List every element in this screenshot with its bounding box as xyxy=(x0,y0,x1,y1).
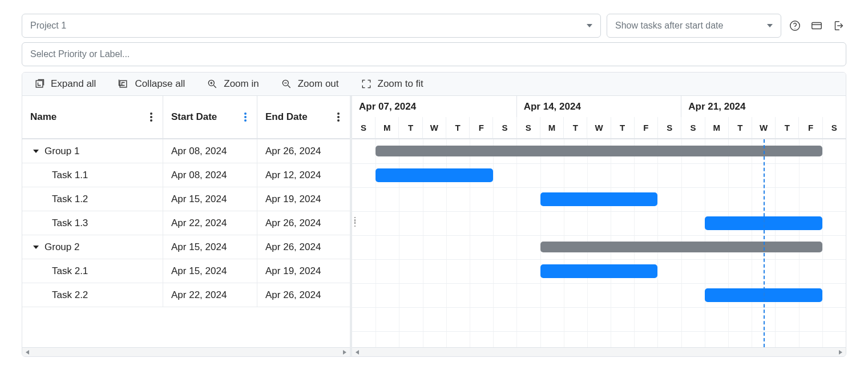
caret-down-icon xyxy=(587,24,592,27)
question-circle-icon xyxy=(789,19,801,32)
filter-input[interactable]: Select Priority or Label... xyxy=(22,42,846,66)
start-date-cell: Apr 22, 2024 xyxy=(163,211,257,235)
svg-line-8 xyxy=(214,86,216,88)
gantt-panel: Expand all Collapse all Zoom in Zoom out… xyxy=(22,72,846,357)
day-header: F xyxy=(799,117,822,138)
table-row[interactable]: Task 1.3Apr 22, 2024Apr 26, 2024 xyxy=(22,211,350,235)
zoom-out-button[interactable]: Zoom out xyxy=(281,78,339,90)
collapse-caret-icon[interactable] xyxy=(33,150,39,153)
zoom-fit-label: Zoom to fit xyxy=(378,78,423,90)
start-date-cell: Apr 08, 2024 xyxy=(163,163,257,187)
help-button[interactable] xyxy=(787,18,803,34)
day-header: F xyxy=(470,117,493,138)
zoom-in-icon xyxy=(207,78,218,90)
col-header-end[interactable]: End Date xyxy=(257,96,350,139)
card-button[interactable] xyxy=(809,18,825,34)
table-row[interactable]: Task 1.1Apr 08, 2024Apr 12, 2024 xyxy=(22,163,350,187)
day-header: M xyxy=(705,117,729,138)
zoom-out-label: Zoom out xyxy=(298,78,339,90)
scroll-left-icon xyxy=(356,350,359,355)
scroll-left-icon xyxy=(26,350,29,355)
exit-icon xyxy=(832,19,845,32)
svg-rect-2 xyxy=(812,23,822,29)
day-header: T xyxy=(776,117,799,138)
table-pane: Name Start Date End Date Group 1Apr 08, … xyxy=(22,96,352,356)
col-header-start[interactable]: Start Date xyxy=(163,96,257,139)
task-name: Task 1.1 xyxy=(52,170,88,181)
task-bar[interactable] xyxy=(540,264,658,278)
group-bar[interactable] xyxy=(540,242,822,252)
project-select[interactable]: Project 1 xyxy=(22,14,601,38)
zoom-in-label: Zoom in xyxy=(224,78,259,90)
week-header: Apr 14, 2024 xyxy=(517,96,682,117)
zoom-fit-button[interactable]: Zoom to fit xyxy=(361,78,423,90)
end-date-cell: Apr 12, 2024 xyxy=(257,163,350,187)
day-header: S xyxy=(493,117,516,138)
task-date-mode-select[interactable]: Show tasks after start date xyxy=(607,14,781,38)
svg-point-1 xyxy=(794,28,795,29)
table-row[interactable]: Group 2Apr 15, 2024Apr 26, 2024 xyxy=(22,235,350,259)
svg-line-12 xyxy=(288,86,290,88)
exit-button[interactable] xyxy=(830,18,846,34)
collapse-caret-icon[interactable] xyxy=(33,246,39,249)
toolbar: Expand all Collapse all Zoom in Zoom out… xyxy=(22,73,846,96)
collapse-all-label: Collapse all xyxy=(135,78,185,90)
day-header: T xyxy=(446,117,470,138)
task-bar[interactable] xyxy=(540,192,658,206)
horizontal-scrollbar[interactable] xyxy=(22,347,350,356)
svg-rect-6 xyxy=(120,81,127,87)
day-header: T xyxy=(564,117,587,138)
today-line xyxy=(764,139,765,347)
table-row[interactable]: Group 1Apr 08, 2024Apr 26, 2024 xyxy=(22,139,350,163)
svg-rect-5 xyxy=(36,81,43,87)
svg-point-0 xyxy=(790,21,800,31)
group-bar[interactable] xyxy=(376,146,822,156)
expand-all-label: Expand all xyxy=(51,78,96,90)
day-header: W xyxy=(587,117,611,138)
col-header-name[interactable]: Name xyxy=(22,96,163,139)
table-body: Group 1Apr 08, 2024Apr 26, 2024Task 1.1A… xyxy=(22,139,350,347)
week-header: Apr 21, 2024 xyxy=(681,96,846,117)
gantt-grid[interactable] xyxy=(352,139,846,347)
day-header: W xyxy=(423,117,446,138)
task-bar[interactable] xyxy=(376,168,493,182)
horizontal-scrollbar[interactable] xyxy=(352,347,846,356)
menu-dots-icon[interactable] xyxy=(242,110,249,124)
zoom-in-button[interactable]: Zoom in xyxy=(207,78,259,90)
end-date-cell: Apr 26, 2024 xyxy=(257,283,350,307)
filter-placeholder: Select Priority or Label... xyxy=(30,49,130,59)
scroll-right-icon xyxy=(839,350,842,355)
end-date-cell: Apr 19, 2024 xyxy=(257,187,350,211)
group-name: Group 1 xyxy=(45,146,79,157)
day-header: S xyxy=(823,117,846,138)
table-row[interactable]: Task 1.2Apr 15, 2024Apr 19, 2024 xyxy=(22,187,350,211)
zoom-fit-icon xyxy=(361,78,372,90)
menu-dots-icon[interactable] xyxy=(148,110,155,124)
day-header: S xyxy=(352,117,376,138)
table-row[interactable]: Task 2.1Apr 15, 2024Apr 19, 2024 xyxy=(22,259,350,283)
start-date-cell: Apr 15, 2024 xyxy=(163,259,257,283)
start-date-cell: Apr 22, 2024 xyxy=(163,283,257,307)
scroll-right-icon xyxy=(343,350,346,355)
day-header: T xyxy=(399,117,422,138)
expand-all-button[interactable]: Expand all xyxy=(34,78,96,90)
start-date-cell: Apr 15, 2024 xyxy=(163,187,257,211)
task-date-mode-value: Show tasks after start date xyxy=(615,21,723,31)
collapse-all-button[interactable]: Collapse all xyxy=(118,78,185,90)
credit-card-icon xyxy=(810,19,823,32)
day-header: F xyxy=(635,117,658,138)
zoom-out-icon xyxy=(281,78,292,90)
table-row[interactable]: Task 2.2Apr 22, 2024Apr 26, 2024 xyxy=(22,283,350,307)
start-date-cell: Apr 15, 2024 xyxy=(163,235,257,259)
collapse-icon xyxy=(118,78,129,90)
task-name: Task 2.1 xyxy=(52,266,88,277)
task-name: Task 1.3 xyxy=(52,218,88,229)
day-header: T xyxy=(611,117,635,138)
end-date-cell: Apr 26, 2024 xyxy=(257,139,350,163)
timeline-pane: ⋮⋮ Apr 07, 2024Apr 14, 2024Apr 21, 2024 … xyxy=(352,96,846,356)
menu-dots-icon[interactable] xyxy=(335,110,342,124)
caret-down-icon xyxy=(767,24,773,27)
task-name: Task 1.2 xyxy=(52,194,88,205)
day-header: M xyxy=(376,117,399,138)
project-select-value: Project 1 xyxy=(30,21,66,31)
